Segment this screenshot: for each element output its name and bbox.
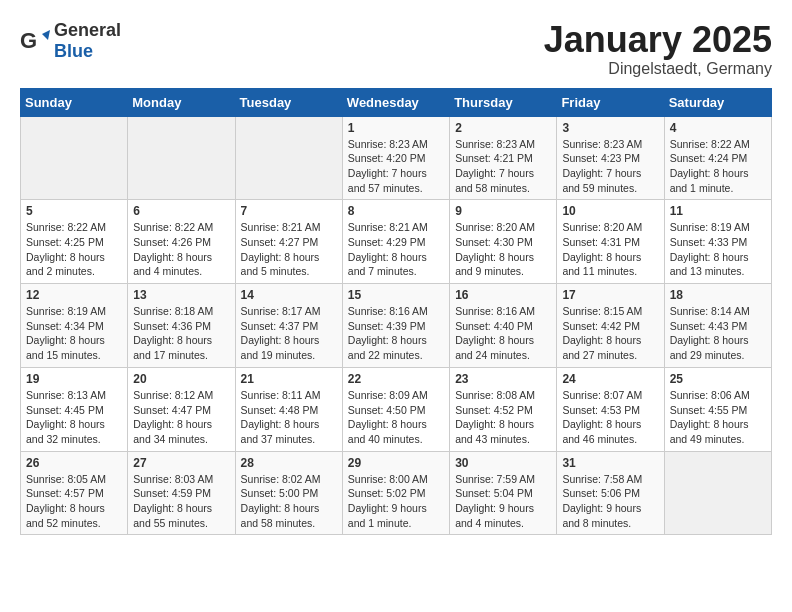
day-number: 21: [241, 372, 337, 386]
day-info: Sunrise: 8:09 AM Sunset: 4:50 PM Dayligh…: [348, 388, 444, 447]
calendar-cell: 13Sunrise: 8:18 AM Sunset: 4:36 PM Dayli…: [128, 284, 235, 368]
calendar-cell: 7Sunrise: 8:21 AM Sunset: 4:27 PM Daylig…: [235, 200, 342, 284]
day-info: Sunrise: 8:12 AM Sunset: 4:47 PM Dayligh…: [133, 388, 229, 447]
day-info: Sunrise: 8:03 AM Sunset: 4:59 PM Dayligh…: [133, 472, 229, 531]
day-number: 30: [455, 456, 551, 470]
calendar-cell: 27Sunrise: 8:03 AM Sunset: 4:59 PM Dayli…: [128, 451, 235, 535]
page-header: G General Blue January 2025 Dingelstaedt…: [20, 20, 772, 78]
logo-general-text: General: [54, 20, 121, 40]
calendar-cell: 23Sunrise: 8:08 AM Sunset: 4:52 PM Dayli…: [450, 367, 557, 451]
calendar-week-row: 19Sunrise: 8:13 AM Sunset: 4:45 PM Dayli…: [21, 367, 772, 451]
calendar-cell: 17Sunrise: 8:15 AM Sunset: 4:42 PM Dayli…: [557, 284, 664, 368]
calendar-cell: 14Sunrise: 8:17 AM Sunset: 4:37 PM Dayli…: [235, 284, 342, 368]
day-info: Sunrise: 8:00 AM Sunset: 5:02 PM Dayligh…: [348, 472, 444, 531]
day-info: Sunrise: 8:05 AM Sunset: 4:57 PM Dayligh…: [26, 472, 122, 531]
calendar-cell: 9Sunrise: 8:20 AM Sunset: 4:30 PM Daylig…: [450, 200, 557, 284]
calendar-header: SundayMondayTuesdayWednesdayThursdayFrid…: [21, 88, 772, 116]
calendar-cell: 26Sunrise: 8:05 AM Sunset: 4:57 PM Dayli…: [21, 451, 128, 535]
calendar-cell: 19Sunrise: 8:13 AM Sunset: 4:45 PM Dayli…: [21, 367, 128, 451]
day-info: Sunrise: 8:11 AM Sunset: 4:48 PM Dayligh…: [241, 388, 337, 447]
day-info: Sunrise: 8:23 AM Sunset: 4:23 PM Dayligh…: [562, 137, 658, 196]
svg-marker-1: [42, 30, 50, 40]
day-number: 23: [455, 372, 551, 386]
weekday-header: Wednesday: [342, 88, 449, 116]
day-number: 8: [348, 204, 444, 218]
day-number: 6: [133, 204, 229, 218]
logo: G General Blue: [20, 20, 121, 62]
calendar-cell: 8Sunrise: 8:21 AM Sunset: 4:29 PM Daylig…: [342, 200, 449, 284]
day-number: 19: [26, 372, 122, 386]
day-info: Sunrise: 8:14 AM Sunset: 4:43 PM Dayligh…: [670, 304, 766, 363]
day-number: 20: [133, 372, 229, 386]
day-number: 5: [26, 204, 122, 218]
day-number: 11: [670, 204, 766, 218]
calendar-cell: 3Sunrise: 8:23 AM Sunset: 4:23 PM Daylig…: [557, 116, 664, 200]
day-info: Sunrise: 8:08 AM Sunset: 4:52 PM Dayligh…: [455, 388, 551, 447]
day-number: 18: [670, 288, 766, 302]
weekday-header: Friday: [557, 88, 664, 116]
day-number: 14: [241, 288, 337, 302]
day-number: 3: [562, 121, 658, 135]
day-info: Sunrise: 8:21 AM Sunset: 4:27 PM Dayligh…: [241, 220, 337, 279]
weekday-header: Sunday: [21, 88, 128, 116]
calendar-cell: 6Sunrise: 8:22 AM Sunset: 4:26 PM Daylig…: [128, 200, 235, 284]
calendar-body: 1Sunrise: 8:23 AM Sunset: 4:20 PM Daylig…: [21, 116, 772, 535]
day-info: Sunrise: 8:21 AM Sunset: 4:29 PM Dayligh…: [348, 220, 444, 279]
day-number: 16: [455, 288, 551, 302]
day-number: 31: [562, 456, 658, 470]
day-info: Sunrise: 8:23 AM Sunset: 4:21 PM Dayligh…: [455, 137, 551, 196]
month-title: January 2025: [544, 20, 772, 60]
day-info: Sunrise: 8:22 AM Sunset: 4:25 PM Dayligh…: [26, 220, 122, 279]
day-number: 2: [455, 121, 551, 135]
calendar-cell: 4Sunrise: 8:22 AM Sunset: 4:24 PM Daylig…: [664, 116, 771, 200]
day-info: Sunrise: 8:16 AM Sunset: 4:40 PM Dayligh…: [455, 304, 551, 363]
day-info: Sunrise: 8:18 AM Sunset: 4:36 PM Dayligh…: [133, 304, 229, 363]
svg-text:G: G: [20, 28, 37, 53]
calendar-cell: 29Sunrise: 8:00 AM Sunset: 5:02 PM Dayli…: [342, 451, 449, 535]
day-info: Sunrise: 8:07 AM Sunset: 4:53 PM Dayligh…: [562, 388, 658, 447]
day-number: 13: [133, 288, 229, 302]
calendar-cell: [128, 116, 235, 200]
calendar-cell: 30Sunrise: 7:59 AM Sunset: 5:04 PM Dayli…: [450, 451, 557, 535]
day-number: 9: [455, 204, 551, 218]
calendar-cell: [235, 116, 342, 200]
day-info: Sunrise: 8:06 AM Sunset: 4:55 PM Dayligh…: [670, 388, 766, 447]
calendar-cell: 24Sunrise: 8:07 AM Sunset: 4:53 PM Dayli…: [557, 367, 664, 451]
day-number: 24: [562, 372, 658, 386]
calendar-cell: 12Sunrise: 8:19 AM Sunset: 4:34 PM Dayli…: [21, 284, 128, 368]
weekday-row: SundayMondayTuesdayWednesdayThursdayFrid…: [21, 88, 772, 116]
calendar-cell: 11Sunrise: 8:19 AM Sunset: 4:33 PM Dayli…: [664, 200, 771, 284]
calendar-cell: 15Sunrise: 8:16 AM Sunset: 4:39 PM Dayli…: [342, 284, 449, 368]
day-info: Sunrise: 8:19 AM Sunset: 4:34 PM Dayligh…: [26, 304, 122, 363]
calendar-cell: 1Sunrise: 8:23 AM Sunset: 4:20 PM Daylig…: [342, 116, 449, 200]
day-number: 29: [348, 456, 444, 470]
day-info: Sunrise: 7:58 AM Sunset: 5:06 PM Dayligh…: [562, 472, 658, 531]
day-info: Sunrise: 8:13 AM Sunset: 4:45 PM Dayligh…: [26, 388, 122, 447]
day-info: Sunrise: 8:19 AM Sunset: 4:33 PM Dayligh…: [670, 220, 766, 279]
calendar-week-row: 1Sunrise: 8:23 AM Sunset: 4:20 PM Daylig…: [21, 116, 772, 200]
weekday-header: Monday: [128, 88, 235, 116]
calendar-cell: 31Sunrise: 7:58 AM Sunset: 5:06 PM Dayli…: [557, 451, 664, 535]
logo-blue-text: Blue: [54, 41, 93, 61]
calendar-cell: [664, 451, 771, 535]
day-number: 22: [348, 372, 444, 386]
calendar-cell: 25Sunrise: 8:06 AM Sunset: 4:55 PM Dayli…: [664, 367, 771, 451]
day-info: Sunrise: 8:20 AM Sunset: 4:31 PM Dayligh…: [562, 220, 658, 279]
day-info: Sunrise: 8:17 AM Sunset: 4:37 PM Dayligh…: [241, 304, 337, 363]
day-info: Sunrise: 8:16 AM Sunset: 4:39 PM Dayligh…: [348, 304, 444, 363]
day-info: Sunrise: 8:23 AM Sunset: 4:20 PM Dayligh…: [348, 137, 444, 196]
day-number: 12: [26, 288, 122, 302]
day-number: 1: [348, 121, 444, 135]
weekday-header: Tuesday: [235, 88, 342, 116]
day-info: Sunrise: 7:59 AM Sunset: 5:04 PM Dayligh…: [455, 472, 551, 531]
calendar-cell: 28Sunrise: 8:02 AM Sunset: 5:00 PM Dayli…: [235, 451, 342, 535]
calendar-cell: [21, 116, 128, 200]
day-info: Sunrise: 8:15 AM Sunset: 4:42 PM Dayligh…: [562, 304, 658, 363]
calendar-cell: 5Sunrise: 8:22 AM Sunset: 4:25 PM Daylig…: [21, 200, 128, 284]
calendar-table: SundayMondayTuesdayWednesdayThursdayFrid…: [20, 88, 772, 536]
calendar-cell: 22Sunrise: 8:09 AM Sunset: 4:50 PM Dayli…: [342, 367, 449, 451]
day-number: 25: [670, 372, 766, 386]
day-number: 17: [562, 288, 658, 302]
day-info: Sunrise: 8:22 AM Sunset: 4:26 PM Dayligh…: [133, 220, 229, 279]
day-number: 10: [562, 204, 658, 218]
